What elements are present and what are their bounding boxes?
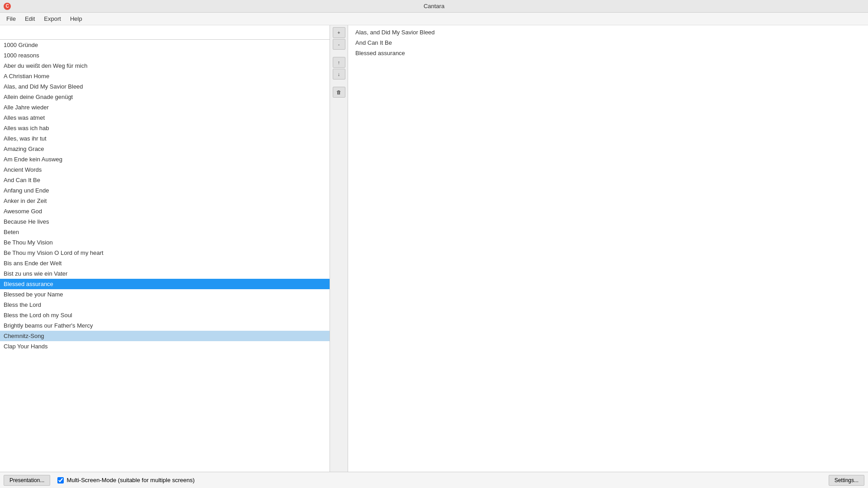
move-up-button[interactable]: ↑ — [333, 57, 345, 68]
statusbar: Presentation... Multi-Screen-Mode (suita… — [0, 472, 868, 488]
titlebar: C Cantara — [0, 0, 868, 13]
song-item[interactable]: Brightly beams our Father's Mercy — [0, 320, 330, 331]
song-item[interactable]: Allein deine Gnade genügt — [0, 92, 330, 102]
song-item[interactable]: Alles was ich hab — [0, 123, 330, 133]
song-item[interactable]: Clap Your Hands — [0, 341, 330, 352]
menu-export[interactable]: Export — [39, 14, 66, 24]
song-item[interactable]: Bless the Lord oh my Soul — [0, 310, 330, 320]
menu-edit[interactable]: Edit — [20, 14, 39, 24]
song-item[interactable]: Alles was atmet — [0, 113, 330, 123]
playlist-item[interactable]: Blessed assurance — [352, 48, 864, 58]
left-panel: 1000 Gründe1000 reasonsAber du weißt den… — [0, 25, 330, 472]
remove-button[interactable]: - — [333, 39, 345, 50]
multi-screen-checkbox[interactable] — [57, 477, 64, 483]
song-item[interactable]: Ancient Words — [0, 164, 330, 175]
playlist-item[interactable]: And Can It Be — [352, 38, 864, 48]
move-down-button[interactable]: ↓ — [333, 69, 345, 80]
app-icon: C — [4, 3, 11, 10]
song-item[interactable]: Aber du weißt den Weg für mich — [0, 61, 330, 71]
add-button[interactable]: + — [333, 27, 345, 38]
song-item[interactable]: Be Thou my Vision O Lord of my heart — [0, 248, 330, 258]
song-item[interactable]: Because He lives — [0, 216, 330, 227]
song-item[interactable]: Alas, and Did My Savior Bleed — [0, 81, 330, 92]
song-item[interactable]: Amazing Grace — [0, 144, 330, 154]
main-area: 1000 Gründe1000 reasonsAber du weißt den… — [0, 25, 868, 472]
delete-button[interactable]: 🗑 — [333, 87, 345, 98]
menu-file[interactable]: File — [2, 14, 20, 24]
song-item[interactable]: 1000 Gründe — [0, 40, 330, 50]
multi-screen-label: Multi-Screen-Mode (suitable for multiple… — [66, 477, 194, 483]
multi-screen-mode: Multi-Screen-Mode (suitable for multiple… — [57, 477, 194, 483]
search-bar — [0, 25, 330, 40]
song-item[interactable]: Be Thou My Vision — [0, 237, 330, 248]
song-item[interactable]: Bist zu uns wie ein Vater — [0, 268, 330, 279]
menubar: File Edit Export Help — [0, 13, 868, 25]
presentation-button[interactable]: Presentation... — [4, 475, 50, 486]
middle-controls: + - ↑ ↓ 🗑 — [330, 25, 348, 472]
song-item[interactable]: And Can It Be — [0, 175, 330, 185]
song-item[interactable]: Alles, was ihr tut — [0, 133, 330, 144]
song-item[interactable]: Anfang und Ende — [0, 185, 330, 196]
song-item[interactable]: Am Ende kein Ausweg — [0, 154, 330, 164]
song-item[interactable]: Blessed assurance — [0, 279, 330, 289]
menu-help[interactable]: Help — [66, 14, 87, 24]
song-item[interactable]: Beten — [0, 227, 330, 237]
song-item[interactable]: Blessed be your Name — [0, 289, 330, 300]
song-item[interactable]: Awesome God — [0, 206, 330, 216]
song-item[interactable]: Chemnitz-Song — [0, 331, 330, 341]
song-item[interactable]: 1000 reasons — [0, 50, 330, 61]
right-panel: Alas, and Did My Savior BleedAnd Can It … — [348, 25, 868, 472]
song-item[interactable]: Bis ans Ende der Welt — [0, 258, 330, 268]
song-item[interactable]: A Christian Home — [0, 71, 330, 81]
playlist-item[interactable]: Alas, and Did My Savior Bleed — [352, 27, 864, 38]
song-item[interactable]: Anker in der Zeit — [0, 196, 330, 206]
app-title: Cantara — [424, 3, 444, 9]
song-list[interactable]: 1000 Gründe1000 reasonsAber du weißt den… — [0, 40, 330, 472]
search-input[interactable] — [0, 25, 330, 39]
song-item[interactable]: Bless the Lord — [0, 300, 330, 310]
spacer2 — [333, 80, 345, 86]
settings-button[interactable]: Settings... — [829, 475, 864, 486]
song-item[interactable]: Alle Jahre wieder — [0, 102, 330, 113]
spacer — [333, 51, 345, 56]
